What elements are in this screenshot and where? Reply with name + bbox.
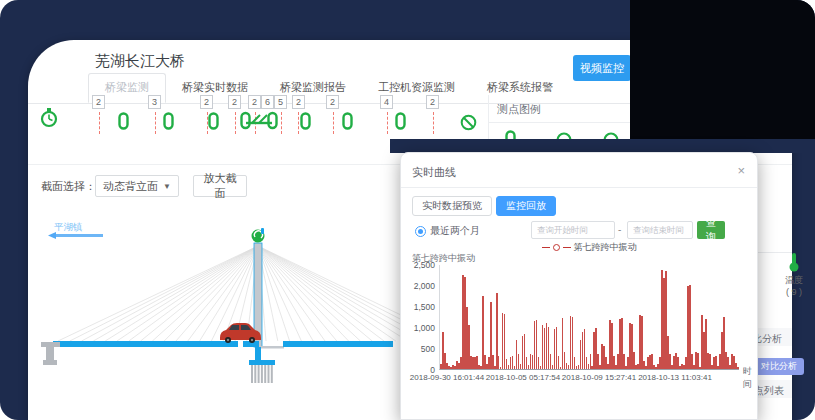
section-select-label: 截面选择： xyxy=(41,179,96,194)
query-start-time-input[interactable] xyxy=(531,221,615,239)
direction-label: 平湖镇 xyxy=(54,221,83,232)
tab-ipc-resource[interactable]: 工控机资源监测 xyxy=(362,74,471,102)
zoom-section-button[interactable]: 放大截面 xyxy=(193,175,247,197)
clock-icon[interactable] xyxy=(40,108,58,132)
dialog-title: 实时曲线 xyxy=(412,165,456,180)
x-axis-title: 时间 xyxy=(743,365,757,391)
video-monitor-button[interactable]: 视频监控 xyxy=(573,55,631,81)
temperature-count: ( 9 ) xyxy=(766,287,815,297)
last-two-months-label: 最近两个月 xyxy=(430,224,480,238)
link-icon[interactable] xyxy=(395,112,406,134)
y-tick: 2,500 xyxy=(403,260,435,270)
sensor-count-badge: 4 xyxy=(380,95,393,109)
bridge-deck xyxy=(53,341,238,347)
sensor-count-badge: 2 xyxy=(292,95,305,109)
sensor-tick xyxy=(281,112,282,134)
prohibition-icon[interactable] xyxy=(460,114,477,135)
black-overlay xyxy=(630,0,815,146)
background-band xyxy=(390,139,815,153)
legend-panel-title: 测点图例 xyxy=(497,102,541,117)
legend-line-icon xyxy=(563,247,571,248)
bearing-icon[interactable] xyxy=(240,110,278,134)
sensor-count-badge: 2 xyxy=(200,95,213,109)
sensor-count-badge: 6 xyxy=(261,95,274,109)
sensor-count-badge: 2 xyxy=(228,95,241,109)
chart-legend[interactable]: 第七跨跨中振动 xyxy=(439,241,739,254)
thermometer-icon xyxy=(787,252,801,272)
tab-realtime-preview[interactable]: 实时数据预览 xyxy=(412,196,492,216)
sensor-tick xyxy=(298,112,299,134)
sensor-count-badge: 2 xyxy=(92,95,105,109)
x-tick: 2018-10-09 15:27:41 xyxy=(562,373,636,382)
sensor-count-badge: 3 xyxy=(148,95,161,109)
tab-system-alarm[interactable]: 桥梁系统报警 xyxy=(471,74,569,102)
sensor-count-badge: 5 xyxy=(274,95,287,109)
link-icon[interactable] xyxy=(342,112,353,134)
y-tick: 1,000 xyxy=(403,323,435,333)
query-button[interactable]: 查询 xyxy=(697,221,725,239)
bridge-diagram: 平湖镇 xyxy=(28,210,408,420)
legend-circle-icon xyxy=(553,244,560,251)
sensor-tick xyxy=(99,112,100,134)
temperature-label: 温度 xyxy=(766,274,815,287)
close-icon[interactable]: × xyxy=(737,163,745,178)
sensor-tick xyxy=(333,112,334,134)
page-title: 芜湖长江大桥 xyxy=(95,52,185,71)
bridge-abutment xyxy=(41,342,60,365)
y-tick: 500 xyxy=(403,344,435,354)
y-tick: 1,500 xyxy=(403,302,435,312)
chart-plot[interactable] xyxy=(439,265,739,370)
temperature-legend-item[interactable]: 温度 ( 9 ) xyxy=(766,252,815,297)
sensor-count-badge: 2 xyxy=(248,95,261,109)
link-icon[interactable] xyxy=(208,112,219,134)
direction-arrow-icon xyxy=(55,234,103,237)
direction-arrow-icon xyxy=(48,232,56,239)
date-range-separator: - xyxy=(618,224,621,235)
chevron-down-icon: ▼ xyxy=(163,182,171,191)
link-icon[interactable] xyxy=(300,112,311,134)
legend-line-icon xyxy=(542,247,550,248)
query-end-time-input[interactable] xyxy=(627,221,693,239)
link-icon[interactable] xyxy=(118,112,129,134)
sensor-tick xyxy=(387,112,388,134)
sensor-count-badge: 2 xyxy=(426,95,439,109)
section-select-dropdown[interactable]: 动态背立面 ▼ xyxy=(95,175,179,197)
screen: { "window": { "title": "芜湖长江大桥", "tabs":… xyxy=(0,0,815,420)
sensor-count-badge: 2 xyxy=(326,95,339,109)
link-icon[interactable] xyxy=(163,112,174,134)
sensor-tick xyxy=(235,112,236,134)
x-tick: 2018-10-05 05:17:54 xyxy=(486,373,560,382)
y-tick: 2,000 xyxy=(403,281,435,291)
tab-monitor-playback[interactable]: 监控回放 xyxy=(496,196,556,216)
tower-sensor-icon xyxy=(252,228,265,243)
sensor-tick xyxy=(433,112,434,134)
sensor-tick xyxy=(155,112,156,134)
bridge-deck xyxy=(283,341,393,347)
legend-panel-border xyxy=(488,95,489,140)
x-tick: 2018-09-30 16:01:44 xyxy=(410,373,484,382)
last-two-months-radio[interactable] xyxy=(415,226,426,237)
compare-analysis-button[interactable]: 对比分析 xyxy=(754,358,804,375)
bridge-foundation xyxy=(249,347,275,383)
legend-series-label: 第七跨跨中振动 xyxy=(574,241,637,254)
bridge-deck-joint xyxy=(259,346,284,349)
x-tick: 2018-10-13 11:03:41 xyxy=(638,373,712,382)
section-select-value: 动态背立面 xyxy=(103,179,158,194)
realtime-curve-dialog: 实时曲线 × 实时数据预览 监控回放 最近两个月 - 查询 第七跨跨中振动 第七… xyxy=(400,152,758,420)
dialog-title-divider xyxy=(401,187,757,188)
